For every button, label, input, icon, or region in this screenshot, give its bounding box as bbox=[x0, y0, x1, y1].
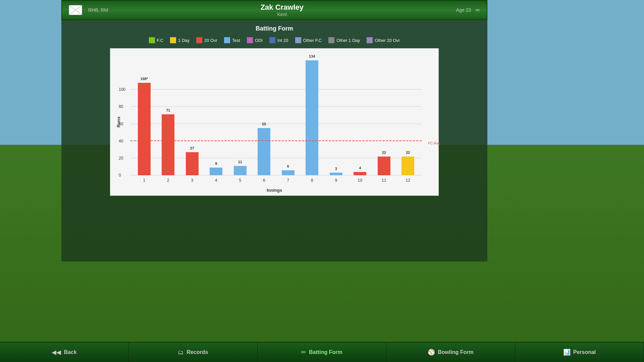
legend-label: ODI bbox=[255, 38, 263, 43]
bar-value-label: 134 bbox=[309, 54, 315, 58]
bar-value-label: 22 bbox=[406, 150, 410, 155]
nav-icon: ◀◀ bbox=[52, 349, 61, 356]
nav-icon: 📊 bbox=[563, 349, 571, 356]
legend-item: Other 1 Day bbox=[328, 37, 360, 43]
bar-rect: 9 bbox=[210, 168, 222, 175]
chart-inner: 020406080100FC Avg108*171227394115556671… bbox=[130, 55, 422, 175]
nav-icon: ⚾ bbox=[428, 349, 435, 356]
player-name: Zak Crawley bbox=[108, 3, 456, 12]
bar-group: 115 bbox=[228, 55, 252, 175]
legend-color-box bbox=[224, 37, 230, 43]
x-axis-label: Innings bbox=[267, 188, 282, 193]
bar-group: 94 bbox=[204, 55, 228, 175]
bar-rect: 3 bbox=[330, 173, 342, 175]
legend-label: 1 Day bbox=[178, 38, 190, 43]
bar-value-label: 4 bbox=[359, 166, 361, 170]
bar-value-label: 55 bbox=[262, 122, 266, 126]
legend-color-box bbox=[170, 37, 176, 43]
x-tick: 9 bbox=[335, 178, 337, 183]
bar-value-label: 71 bbox=[166, 108, 170, 112]
bar-value-label: 22 bbox=[382, 150, 386, 155]
bar-value-label: 6 bbox=[287, 164, 289, 168]
nav-item-batting-form[interactable]: ✏Batting Form bbox=[258, 343, 386, 362]
bar-rect: 27 bbox=[186, 152, 199, 175]
legend: F.C1 Day20 OvrTestODIInt 20Other F.COthe… bbox=[66, 37, 482, 43]
bar-rect: 6 bbox=[282, 170, 294, 175]
y-tick: 20 bbox=[119, 156, 123, 161]
player-center: Zak Crawley Kent bbox=[108, 3, 456, 17]
bar-value-label: 108* bbox=[140, 77, 148, 81]
chart-container: Runs Innings 020406080100FC Avg108*17122… bbox=[110, 48, 439, 196]
fc-avg-line: FC Avg bbox=[130, 140, 422, 141]
bar-group: 2212 bbox=[396, 55, 420, 175]
bar-value-label: 11 bbox=[238, 160, 242, 164]
x-tick: 6 bbox=[263, 178, 265, 183]
nav-label: Batting Form bbox=[309, 349, 342, 355]
legend-item: F.C bbox=[149, 37, 164, 43]
nav-label: Bowling Form bbox=[438, 349, 474, 355]
nav-item-back[interactable]: ◀◀Back bbox=[0, 343, 129, 362]
y-tick: 60 bbox=[119, 122, 123, 126]
legend-label: Int 20 bbox=[277, 38, 288, 43]
bar-group: 556 bbox=[252, 55, 276, 175]
bar-rect: 11 bbox=[234, 166, 247, 175]
x-tick: 4 bbox=[215, 178, 217, 183]
bar-rect: 108* bbox=[138, 83, 151, 175]
bar-rect: 4 bbox=[354, 172, 366, 175]
legend-item: Other F.C bbox=[295, 37, 322, 43]
bar-group: 108*1 bbox=[132, 55, 156, 175]
nav-item-bowling-form[interactable]: ⚾Bowling Form bbox=[386, 343, 515, 362]
bar-value-label: 27 bbox=[190, 146, 194, 150]
bar-group: 2211 bbox=[372, 55, 396, 175]
bar-value-label: 9 bbox=[215, 162, 217, 166]
bars-area: 108*1712273941155566713483941022112212 bbox=[130, 55, 422, 175]
legend-item: 1 Day bbox=[170, 37, 190, 43]
legend-item: 20 Ovr bbox=[196, 37, 217, 43]
bar-group: 1348 bbox=[300, 55, 324, 175]
legend-color-box bbox=[149, 37, 155, 43]
legend-item: Other 20 Ovr bbox=[367, 37, 400, 43]
y-tick: 100 bbox=[119, 87, 125, 92]
legend-label: Other F.C bbox=[303, 38, 322, 43]
bar-group: 273 bbox=[180, 55, 204, 175]
nav-label: Back bbox=[64, 349, 76, 355]
bar-group: 67 bbox=[276, 55, 300, 175]
nav-item-personal[interactable]: 📊Personal bbox=[515, 343, 644, 362]
bar-rect: 134 bbox=[306, 60, 318, 175]
legend-color-box bbox=[295, 37, 301, 43]
content-area: Batting Form F.C1 Day20 OvrTestODIInt 20… bbox=[61, 20, 487, 261]
legend-label: Other 1 Day bbox=[336, 38, 360, 43]
x-tick: 12 bbox=[406, 178, 410, 183]
legend-label: Other 20 Ovr bbox=[375, 38, 400, 43]
legend-color-box bbox=[247, 37, 253, 43]
legend-color-box bbox=[328, 37, 334, 43]
legend-label: 20 Ovr bbox=[204, 38, 217, 43]
x-tick: 1 bbox=[143, 178, 145, 183]
legend-label: Test bbox=[232, 38, 240, 43]
section-title: Batting Form bbox=[66, 25, 482, 32]
legend-color-box bbox=[196, 37, 202, 43]
bar-rect: 22 bbox=[401, 157, 414, 175]
edit-icon[interactable]: ✏ bbox=[476, 7, 480, 13]
nav-item-records[interactable]: 🗂Records bbox=[129, 343, 258, 362]
player-team: Kent bbox=[108, 12, 456, 17]
bar-rect: 71 bbox=[162, 114, 174, 175]
y-tick: 80 bbox=[119, 104, 123, 109]
x-tick: 11 bbox=[382, 178, 386, 183]
player-header: RHB, RM Zak Crawley Kent Age 23 ✏ bbox=[61, 0, 487, 20]
legend-color-box bbox=[269, 37, 275, 43]
nav-icon: 🗂 bbox=[178, 349, 184, 356]
nav-icon: ✏ bbox=[301, 349, 306, 356]
legend-item: ODI bbox=[247, 37, 263, 43]
x-tick: 2 bbox=[167, 178, 169, 183]
nav-label: Records bbox=[186, 349, 208, 355]
x-tick: 3 bbox=[191, 178, 193, 183]
x-tick: 7 bbox=[287, 178, 289, 183]
bar-group: 410 bbox=[348, 55, 372, 175]
bar-rect: 55 bbox=[258, 128, 270, 175]
bar-group: 39 bbox=[324, 55, 348, 175]
y-tick: 0 bbox=[119, 173, 121, 178]
bar-rect: 22 bbox=[378, 157, 390, 175]
legend-item: Int 20 bbox=[269, 37, 288, 43]
player-flag bbox=[69, 5, 82, 15]
